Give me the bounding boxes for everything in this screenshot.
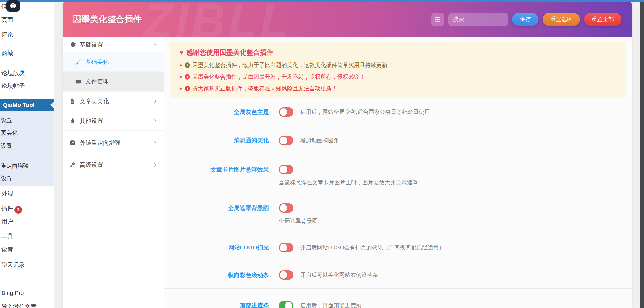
nav-item-other-settings[interactable]: 其他设置 <box>63 111 164 131</box>
setting-label: 全局灰色主题 <box>164 108 269 116</box>
setting-label: 纵向彩色滚动条 <box>164 271 269 279</box>
notice-bullet: i 囚墨美化整合插件，是由囚墨开发，开发不易，版权所有，侵权必究！ <box>179 73 616 80</box>
thanks-notice: ♥ 感谢您使用囚墨美化整合插件 i 囚墨美化整合插件，致力于子比主题的美化，这款… <box>170 42 626 98</box>
setting-label: 全局遮罩背景图 <box>164 204 269 212</box>
setting-desc: 增加动画和圆角 <box>300 137 339 144</box>
brand-watermark: ZIBLL <box>144 2 292 37</box>
nav-item-label: 基础设置 <box>80 41 103 49</box>
sidebar-divider <box>0 187 54 187</box>
sidebar-item-users[interactable]: 用户 <box>1 218 13 225</box>
heart-icon: ♥ <box>179 49 183 56</box>
setting-row-top-progress: 顶部进度条 启用后，页面顶部进度条 <box>164 289 632 308</box>
external-link-icon <box>69 139 76 146</box>
collapse-menu-button[interactable] <box>431 13 444 26</box>
submenu-item-settings-2[interactable]: 设置 <box>1 142 12 150</box>
nav-item-file-manager[interactable]: 文件管理 <box>63 72 164 92</box>
nav-item-advanced-settings[interactable]: 高级设置 <box>63 155 164 175</box>
setting-row-card-hover: 文章卡片图片悬浮效果 当鼠标悬浮在文章卡片图片上时，图片会放大并显示遮罩 <box>164 155 632 193</box>
notice-bullet-text: 请大家购买正版插件，盗版存在未知风险且无法自动更新！ <box>192 85 337 92</box>
wp-admin-sidebar: 链接 页面 评论 商城 论坛版块 论坛帖子 QiuMo Tool 设置 页美化 … <box>0 2 54 308</box>
notice-bullet: i 囚墨美化整合插件，致力于子比主题的美化，这款美化插件简单实用且持续更新！ <box>179 62 616 69</box>
toggle-knob <box>280 108 287 116</box>
setting-desc: 全局遮罩背景图 <box>279 217 626 225</box>
setting-label: 顶部进度条 <box>164 302 269 308</box>
color-scrollbar-toggle[interactable] <box>279 270 293 280</box>
wrench-icon <box>69 162 76 168</box>
submenu-item-redirect[interactable]: 重定向增强 <box>1 162 29 170</box>
nav-item-external-redirect[interactable]: 外链重定向增强 <box>63 131 164 155</box>
sidebar-item-comments[interactable]: 评论 <box>1 31 13 38</box>
sidebar-item-plugins[interactable]: 插件 <box>1 204 13 212</box>
sidebar-item-bing-pro[interactable]: Bing Pro <box>1 290 24 296</box>
gear-icon <box>69 41 76 48</box>
plugin-panel: ZIBLL 囚墨美化整合插件 保存 重置选区 重置全部 <box>63 2 632 308</box>
search-input[interactable] <box>448 13 508 26</box>
sidebar-item-appearance[interactable]: 外观 <box>1 190 13 198</box>
reset-all-button[interactable]: 重置全部 <box>584 13 621 26</box>
chevron-right-icon <box>153 163 157 167</box>
notice-bullet-text: 囚墨美化整合插件，是由囚墨开发，开发不易，版权所有，侵权必究！ <box>192 73 365 80</box>
submenu-item-settings-3[interactable]: 设置 <box>1 175 12 182</box>
bullet-dot <box>180 88 182 90</box>
submenu-item-beautify[interactable]: 页美化 <box>1 129 18 137</box>
card-hover-toggle[interactable] <box>279 165 293 174</box>
toggle-knob <box>280 271 287 279</box>
toggle-knob <box>280 244 287 251</box>
reset-section-button[interactable]: 重置选区 <box>543 13 580 26</box>
info-icon: i <box>185 62 190 68</box>
save-button[interactable]: 保存 <box>512 13 538 26</box>
window-edge-strip <box>640 0 644 308</box>
nav-item-basic-settings[interactable]: 基础设置 <box>63 37 164 52</box>
panel-body: 基础设置 基础美化 文件管理 <box>63 37 632 308</box>
toggle-knob <box>280 166 287 173</box>
panel-header: ZIBLL 囚墨美化整合插件 保存 重置选区 重置全部 <box>63 2 632 37</box>
sidebar-item-tools[interactable]: 工具 <box>1 232 13 240</box>
setting-desc: 开启后网站LOGO会有扫光的效果（日间夜间都已经适用） <box>300 244 444 251</box>
sidebar-item-qiumo-tool[interactable]: QiuMo Tool <box>0 99 54 111</box>
nav-item-label: 外链重定向增强 <box>80 139 121 147</box>
screen: 链接 页面 评论 商城 论坛版块 论坛帖子 QiuMo Tool 设置 页美化 … <box>0 0 644 308</box>
gray-theme-toggle[interactable] <box>279 107 293 117</box>
setting-label: 文章卡片图片悬浮效果 <box>164 166 269 174</box>
nav-item-label: 其他设置 <box>80 117 103 125</box>
setting-row-gray-theme: 全局灰色主题 启用后，网站全局变灰,适合国家公祭日等纪念日使用 <box>164 98 632 126</box>
folder-open-icon <box>75 78 81 85</box>
sidebar-item-shop[interactable]: 商城 <box>1 49 13 57</box>
notice-title: ♥ 感谢您使用囚墨美化整合插件 <box>179 48 616 57</box>
chevron-down-icon <box>153 42 157 47</box>
sidebar-item-forum-posts[interactable]: 论坛帖子 <box>1 82 25 90</box>
plugin-update-badge: 3 <box>14 206 22 214</box>
sidebar-item-import-wechat[interactable]: 导入微信文章 <box>1 303 37 308</box>
bullet-dot <box>180 64 182 66</box>
sidebar-item-pages[interactable]: 页面 <box>1 16 13 24</box>
nav-item-article-page[interactable]: 文章页美化 <box>63 92 164 111</box>
setting-row-logo-shine: 网站LOGO扫光 开启后网站LOGO会有扫光的效果（日间夜间都已经适用） <box>164 234 632 261</box>
chevron-right-icon <box>153 99 157 104</box>
sidebar-item-chat-log[interactable]: 聊天记录 <box>1 261 25 269</box>
setting-row-color-scrollbar: 纵向彩色滚动条 开启后可以美化网站右侧滚动条 <box>164 261 632 289</box>
notice-title-text: 感谢您使用囚墨美化整合插件 <box>186 48 273 57</box>
setting-desc: 当鼠标悬浮在文章卡片图片上时，图片会放大并显示遮罩 <box>279 179 626 186</box>
logo-shine-toggle[interactable] <box>279 243 293 252</box>
setting-label: 消息通知美化 <box>164 136 269 144</box>
nav-item-label: 文章页美化 <box>80 97 109 105</box>
sidebar-item-forum-boards[interactable]: 论坛版块 <box>1 69 25 77</box>
setting-row-global-mask: 全局遮罩背景图 全局遮罩背景图 <box>164 193 632 234</box>
chevron-right-icon <box>153 118 157 123</box>
setting-desc: 启用后，页面顶部进度条 <box>300 302 361 308</box>
qiumo-submenu: 设置 页美化 设置 重定向增强 设置 <box>0 111 54 186</box>
notify-beautify-toggle[interactable] <box>279 136 293 145</box>
nav-item-label: 文件管理 <box>85 78 109 85</box>
nav-item-label: 基础美化 <box>85 58 109 66</box>
header-controls: 保存 重置选区 重置全部 <box>431 13 621 26</box>
submenu-item-settings-1[interactable]: 设置 <box>1 117 12 124</box>
sidebar-item-settings[interactable]: 设置 <box>1 246 13 253</box>
top-progress-toggle[interactable] <box>279 301 293 308</box>
global-mask-toggle[interactable] <box>279 203 293 213</box>
notice-bullet: i 请大家购买正版插件，盗版存在未知风险且无法自动更新！ <box>179 85 616 92</box>
nav-item-label: 高级设置 <box>80 161 103 169</box>
nav-item-basic-beautify[interactable]: 基础美化 <box>63 52 164 72</box>
top-accent-bar <box>0 0 644 2</box>
extension-badge[interactable] <box>6 0 20 12</box>
ink-drop-icon <box>69 117 76 124</box>
